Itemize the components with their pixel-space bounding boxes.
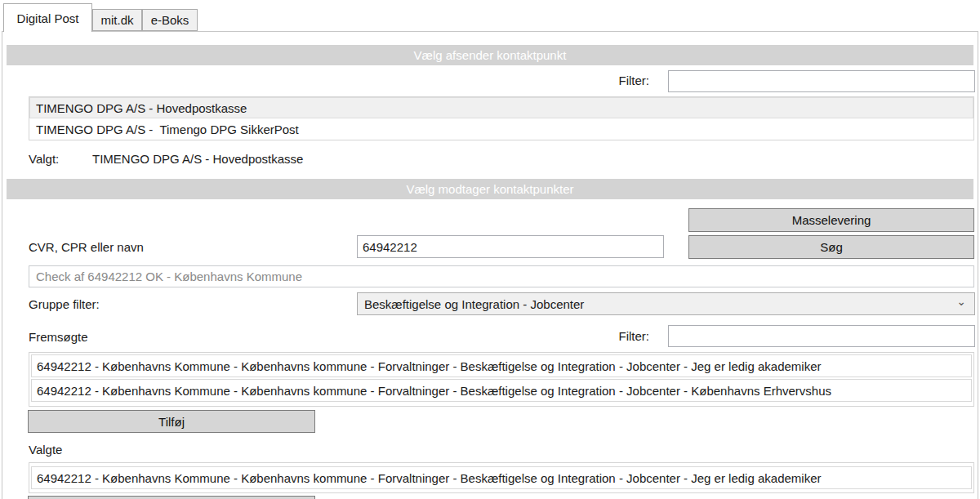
cvr-input[interactable] [357,235,664,258]
list-item[interactable]: TIMENGO DPG A/S - Hovedpostkasse [29,97,973,118]
receiver-section-header: Vælg modtager kontaktpunkter [7,179,973,199]
cvr-label: CVR, CPR eller navn [29,240,144,254]
fremsoegte-label: Fremsøgte [29,330,88,344]
gruppe-filter-value: Beskæftigelse og Integration - Jobcenter [364,297,584,311]
sender-filter-label: Filter: [588,74,649,87]
fremsoegte-filter-label: Filter: [588,329,649,343]
tab-digital-post[interactable]: Digital Post [3,3,92,32]
gruppe-filter-label: Gruppe filter: [29,297,100,311]
list-item[interactable]: 64942212 - Københavns Kommune - Københav… [31,379,972,402]
list-item[interactable]: 64942212 - Københavns Kommune - Københav… [31,466,972,489]
masselevering-button[interactable]: Masselevering [688,208,974,232]
sender-contactpoint-list: TIMENGO DPG A/S - Hovedpostkasse TIMENGO… [29,96,974,140]
tilfoej-button[interactable]: Tilføj [28,410,315,433]
gruppe-filter-dropdown[interactable]: Beskæftigelse og Integration - Jobcenter… [357,292,975,315]
list-item[interactable]: TIMENGO DPG A/S - Timengo DPG SikkerPost [29,118,973,140]
bottom-partial-button[interactable] [28,496,315,499]
chevron-down-icon: ⌄ [956,295,966,308]
soeg-button[interactable]: Søg [688,235,974,259]
fremsoegte-filter-input[interactable] [668,325,975,347]
fremsoegte-list: 64942212 - Københavns Kommune - Københav… [29,352,974,407]
valgt-value: TIMENGO DPG A/S - Hovedpostkasse [92,152,303,166]
tab-eboks[interactable]: e-Boks [142,9,198,31]
sender-filter-input[interactable] [668,70,975,92]
valgt-label: Valgt: [29,152,59,166]
check-status-box: Check af 64942212 OK - Københavns Kommun… [29,265,974,287]
tab-mitdk[interactable]: mit.dk [92,9,142,31]
app-window: Digital Post mit.dk e-Boks Vælg afsender… [0,0,980,499]
valgte-list: 64942212 - Københavns Kommune - Københav… [29,462,974,493]
valgte-label: Valgte [29,443,62,457]
list-item[interactable]: 64942212 - Københavns Kommune - Københav… [31,354,972,377]
sender-section-header: Vælg afsender kontaktpunkt [7,45,973,65]
